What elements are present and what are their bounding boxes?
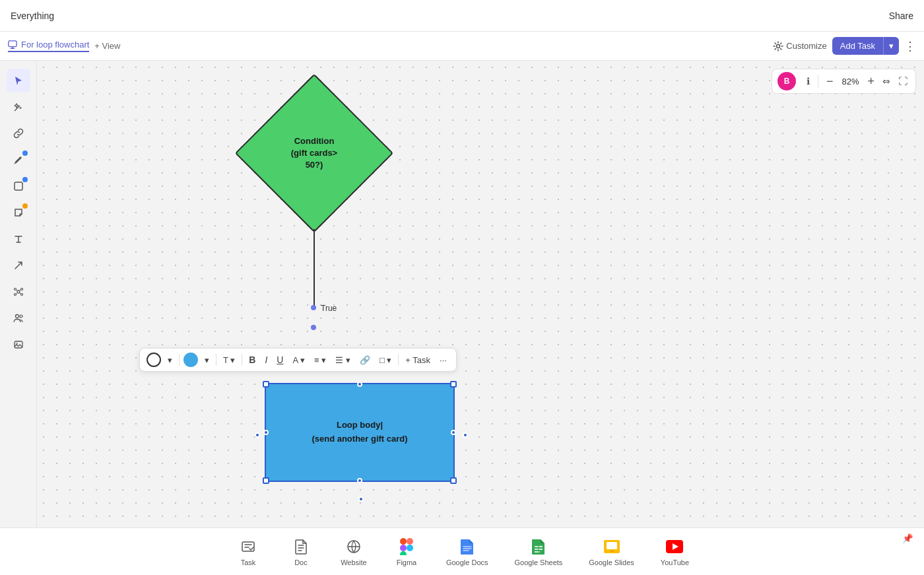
shape-dot xyxy=(22,177,28,182)
handle-extra-left[interactable] xyxy=(255,432,260,438)
zoom-controls: B ℹ − 82% + ⇔ ⛶ xyxy=(772,69,916,94)
fit-width-button[interactable]: ⇔ xyxy=(880,76,893,86)
people-icon xyxy=(13,313,24,323)
svg-point-11 xyxy=(16,343,17,345)
svg-point-1 xyxy=(777,44,780,48)
network-icon xyxy=(13,287,24,297)
zoom-out-button[interactable]: − xyxy=(824,75,836,88)
googleslides-label: Google Slides xyxy=(589,558,634,566)
youtube-item[interactable]: YouTube xyxy=(647,537,702,566)
divider xyxy=(818,75,818,88)
sticky-icon xyxy=(13,207,24,218)
svg-point-4 xyxy=(14,288,16,290)
zoom-in-button[interactable]: + xyxy=(865,75,877,88)
handle-tm[interactable] xyxy=(357,382,362,387)
youtube-icon xyxy=(665,537,684,556)
sticky-dot xyxy=(22,203,28,209)
bottom-toolbar: 📌 Task Doc Websi xyxy=(0,527,924,575)
link-button[interactable]: 🔗 xyxy=(357,353,373,367)
canvas-area[interactable]: B ℹ − 82% + ⇔ ⛶ Condition (gift cards> 5… xyxy=(37,61,924,527)
shape-dropdown-button[interactable]: ▾ xyxy=(165,353,175,367)
handle-bm[interactable] xyxy=(357,478,362,483)
separator3 xyxy=(242,354,242,366)
underline-button[interactable]: U xyxy=(274,353,286,367)
doc-item[interactable]: Doc xyxy=(275,537,327,566)
sidebar-pen-tool[interactable] xyxy=(7,148,30,172)
googleslides-item[interactable]: Google Slides xyxy=(576,537,647,566)
loop-body-box[interactable]: Loop body| (send another gift card) xyxy=(265,383,455,482)
pin-button[interactable]: 📌 xyxy=(902,533,913,543)
sidebar-text-tool[interactable] xyxy=(7,227,30,251)
handle-bl[interactable] xyxy=(263,477,269,484)
connector-dot-top xyxy=(311,325,316,330)
more-toolbar-button[interactable]: ··· xyxy=(437,353,449,367)
add-task-inline-button[interactable]: + Task xyxy=(403,353,433,367)
shape-selector-button[interactable] xyxy=(147,353,161,367)
cursor-icon xyxy=(13,75,24,86)
handle-mr[interactable] xyxy=(451,430,456,435)
top-bar: Everything Share xyxy=(0,0,924,32)
main-layout: B ℹ − 82% + ⇔ ⛶ Condition (gift cards> 5… xyxy=(0,61,924,527)
share-button[interactable]: Share xyxy=(889,11,913,21)
text-style-button[interactable]: T ▾ xyxy=(220,353,238,367)
border-button[interactable]: □ ▾ xyxy=(377,353,394,367)
svg-point-8 xyxy=(15,315,18,318)
more-options-button[interactable]: ⋮ xyxy=(904,39,916,53)
svg-rect-10 xyxy=(15,341,22,348)
figma-item[interactable]: Figma xyxy=(380,537,433,566)
image-icon xyxy=(13,339,24,350)
figma-label: Figma xyxy=(397,558,417,566)
svg-point-7 xyxy=(20,294,22,296)
googlesheets-item[interactable]: Google Sheets xyxy=(502,537,576,566)
align-button[interactable]: ≡ ▾ xyxy=(312,353,329,367)
googledocs-item[interactable]: Google Docs xyxy=(433,537,502,566)
list-button[interactable]: ☰ ▾ xyxy=(333,353,353,367)
left-sidebar xyxy=(0,61,37,527)
view-button[interactable]: + View xyxy=(94,41,120,51)
color-picker-button[interactable] xyxy=(183,353,198,367)
diamond-text: Condition (gift cards> 50?) xyxy=(291,135,337,172)
sidebar-image-tool[interactable] xyxy=(7,333,30,356)
handle-tr[interactable] xyxy=(450,381,457,388)
svg-rect-15 xyxy=(407,538,413,545)
italic-button[interactable]: I xyxy=(262,353,270,367)
font-color-button[interactable]: A ▾ xyxy=(290,353,308,367)
googledocs-icon xyxy=(458,537,477,556)
loop-body-text: Loop body| (send another gift card) xyxy=(312,419,407,446)
sidebar-cursor-tool[interactable] xyxy=(7,69,30,92)
sidebar-sticky-tool[interactable] xyxy=(7,201,30,224)
svg-point-18 xyxy=(407,545,413,551)
handle-ml[interactable] xyxy=(263,430,269,435)
googleslides-icon xyxy=(603,537,621,556)
sidebar-network-tool[interactable] xyxy=(7,280,30,304)
handle-extra-right[interactable] xyxy=(463,432,468,438)
svg-rect-16 xyxy=(400,545,407,551)
text-icon xyxy=(13,234,24,244)
website-item[interactable]: Website xyxy=(327,537,380,566)
bold-button[interactable]: B xyxy=(246,353,258,367)
separator2 xyxy=(216,354,216,366)
svg-rect-17 xyxy=(400,551,407,555)
handle-br[interactable] xyxy=(450,477,457,484)
add-task-dropdown-button[interactable]: ▾ xyxy=(883,37,899,55)
svg-rect-25 xyxy=(610,551,614,552)
handle-extra-bottom[interactable] xyxy=(358,496,364,502)
info-button[interactable]: ℹ xyxy=(804,75,812,88)
sidebar-arrow-tool[interactable] xyxy=(7,254,30,277)
sidebar-people-tool[interactable] xyxy=(7,306,30,330)
task-icon xyxy=(239,537,257,556)
customize-button[interactable]: Customize xyxy=(773,41,826,51)
flowchart-icon xyxy=(8,40,17,50)
svg-rect-21 xyxy=(535,551,540,553)
flowchart-tab[interactable]: For loop flowchart xyxy=(8,40,89,52)
sidebar-shape-tool[interactable] xyxy=(7,174,30,198)
fullscreen-button[interactable]: ⛶ xyxy=(896,76,910,86)
sidebar-magic-tool[interactable] xyxy=(7,95,30,119)
color-dropdown-button[interactable]: ▾ xyxy=(202,353,212,367)
svg-point-6 xyxy=(14,294,16,296)
handle-tl[interactable] xyxy=(263,381,269,388)
add-task-button[interactable]: Add Task xyxy=(832,37,883,55)
task-item[interactable]: Task xyxy=(222,537,275,566)
sidebar-link-tool[interactable] xyxy=(7,121,30,145)
doc-label: Doc xyxy=(294,558,308,566)
